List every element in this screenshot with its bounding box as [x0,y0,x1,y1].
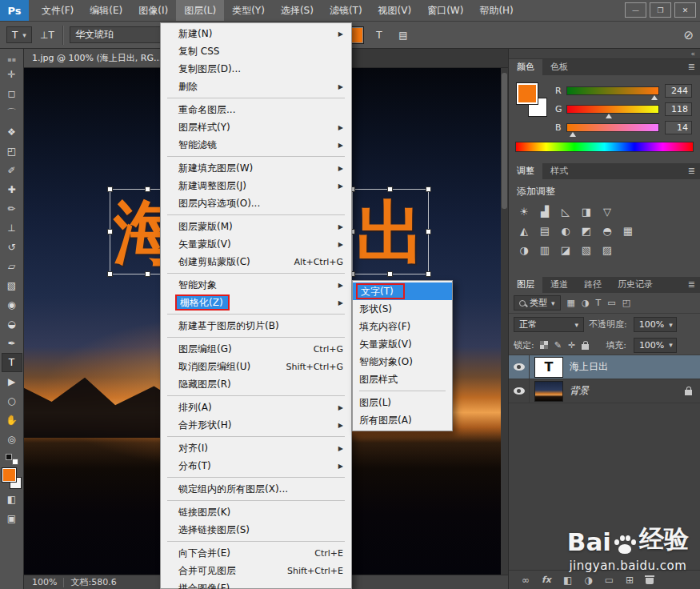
visibility-cell[interactable] [509,379,530,403]
eye-icon[interactable] [514,363,525,371]
new-layer-icon[interactable]: ⊞ [626,575,634,586]
quick-mask-icon[interactable]: ◧ [2,491,22,508]
levels-icon[interactable]: ▟ [534,202,555,221]
type-tool[interactable]: T [2,353,22,372]
panel-menu-icon[interactable]: ≣ [688,277,695,293]
panel-tab[interactable]: 色板 [542,59,576,75]
layer-effects-icon[interactable]: fx [542,575,551,585]
delete-layer-icon[interactable] [646,575,654,584]
pen-tool[interactable]: ✒ [2,334,22,353]
menubar-item[interactable]: 图层(L) [176,0,224,21]
zoom-level-field[interactable]: 100% [32,577,57,587]
eraser-tool[interactable]: ▱ [2,257,22,276]
menu-item[interactable]: 矢量蒙版(V)▶ [161,235,351,253]
menu-item[interactable]: 拼合图像(F) [161,579,351,589]
adjustment-layer-filter-icon[interactable]: ◑ [582,298,590,308]
menu-item[interactable]: 新建(N)▶ [161,25,351,42]
restore-button[interactable]: ❐ [650,2,671,18]
fill-input[interactable]: 100% ▾ [634,338,677,353]
transform-handle[interactable] [107,186,113,192]
panel-menu-icon[interactable]: ≣ [688,59,695,75]
scrollbar-thumb[interactable] [502,73,507,209]
menu-item[interactable]: 智能对象(O) [353,353,452,371]
shape-layer-filter-icon[interactable]: ▭ [607,298,615,308]
font-family-select[interactable]: 华文琥珀 ▾ [70,26,170,43]
menu-item[interactable]: 图层(L) [353,394,452,411]
smart-object-filter-icon[interactable]: ◰ [622,298,630,308]
menu-item[interactable]: 删除▶ [161,78,351,95]
menu-item[interactable]: 文字(T) [353,282,452,300]
exposure-icon[interactable]: ◨ [576,202,597,221]
lock-position-icon[interactable]: ✛ [568,340,575,351]
panel-tab[interactable]: 颜色 [509,59,542,75]
crop-tool[interactable]: ◰ [2,142,22,161]
posterize-icon[interactable]: ▥ [534,240,555,259]
layer-thumbnail[interactable]: T [534,357,563,378]
menu-item[interactable]: 合并形状(H)▶ [161,416,351,434]
menu-item[interactable]: 图层编组(G)Ctrl+G [161,340,351,358]
slider-thumb-icon[interactable] [651,95,658,100]
collapse-dock-icon[interactable]: « [690,50,695,58]
color-lookup-icon[interactable]: ▽ [597,202,618,221]
marquee-tool[interactable]: ◻ [2,84,22,103]
menu-item[interactable]: 合并可见图层Shift+Ctrl+E [161,562,351,579]
menubar-item[interactable]: 视图(V) [370,0,420,21]
menu-item[interactable]: 新建调整图层(J)▶ [161,177,351,194]
foreground-color-swatch[interactable] [517,83,538,104]
invert-icon[interactable]: ◑ [514,240,534,259]
brightness-contrast-icon[interactable]: ☀ [514,202,534,221]
menu-item[interactable]: 重命名图层... [161,101,351,118]
menu-item[interactable]: 填充内容(F) [353,318,452,335]
toggle-panels-icon[interactable]: ▤ [394,26,412,44]
menu-item[interactable]: 锁定组内的所有图层(X)... [161,480,351,498]
menubar-item[interactable]: 图像(I) [130,0,176,21]
transform-handle[interactable] [426,229,431,234]
menu-item[interactable]: 链接图层(K) [161,503,351,521]
default-colors-icon[interactable] [6,454,18,465]
panel-tab[interactable]: 调整 [509,163,542,179]
history-brush-tool[interactable]: ↺ [2,238,22,257]
brush-tool[interactable]: ✏ [2,199,22,218]
opacity-input[interactable]: 100% ▾ [634,317,677,332]
threshold-icon[interactable]: ◪ [555,240,576,259]
blur-tool[interactable]: ◉ [2,295,22,315]
menubar-item[interactable]: 文件(F) [34,0,82,21]
menu-item[interactable]: 分布(T)▶ [161,457,351,475]
menubar-item[interactable]: 选择(S) [273,0,322,21]
path-selection-tool[interactable]: ▶ [2,372,22,391]
vertical-scrollbar[interactable] [501,68,508,575]
dodge-tool[interactable]: ◒ [2,315,22,334]
layer-filter-select[interactable]: 类型 ▾ [514,295,561,311]
curves-icon[interactable]: ◺ [555,202,576,221]
menu-item[interactable]: 复制 CSS [161,42,351,60]
menu-item[interactable]: 选择链接图层(S) [161,521,351,539]
layer-mask-icon[interactable]: ◧ [563,575,572,586]
tool-preset-picker[interactable]: T ▾ [6,26,32,43]
screen-mode-icon[interactable]: ▣ [2,510,22,527]
eyedropper-tool[interactable]: ✐ [2,161,22,180]
panel-tab[interactable]: 历史记录 [610,277,661,293]
transform-handle[interactable] [145,186,150,192]
document-tab[interactable]: 1.jpg @ 100% (海上日出, RG... [24,49,170,67]
menu-item[interactable]: 向下合并(E)Ctrl+E [161,544,351,562]
panel-tab[interactable]: 样式 [542,163,576,179]
menu-item[interactable]: 排列(A)▶ [161,399,351,416]
transform-handle[interactable] [426,186,431,192]
lock-all-icon[interactable] [582,344,589,350]
move-tool[interactable]: ✛ [2,65,22,84]
type-layer-filter-icon[interactable]: T [596,298,602,308]
channel-value[interactable]: 244 [665,84,692,98]
panel-tab[interactable]: 图层 [509,277,542,293]
menubar-item[interactable]: 滤镜(T) [322,0,370,21]
menu-item[interactable]: 创建剪贴蒙版(C)Alt+Ctrl+G [161,253,351,270]
channel-value[interactable]: 14 [665,121,692,134]
lock-pixels-icon[interactable]: ✎ [554,340,562,351]
menu-item[interactable]: 取消图层编组(U)Shift+Ctrl+G [161,358,351,375]
channel-mixer-icon[interactable]: ▦ [618,221,638,240]
menu-item[interactable]: 图层蒙版(M)▶ [161,218,351,235]
slider-thumb-icon[interactable] [570,132,576,137]
slider-thumb-icon[interactable] [606,114,612,118]
menubar-item[interactable]: 类型(Y) [224,0,273,21]
layer-group-icon[interactable]: ▭ [605,575,614,586]
healing-brush-tool[interactable]: ✚ [2,180,22,199]
